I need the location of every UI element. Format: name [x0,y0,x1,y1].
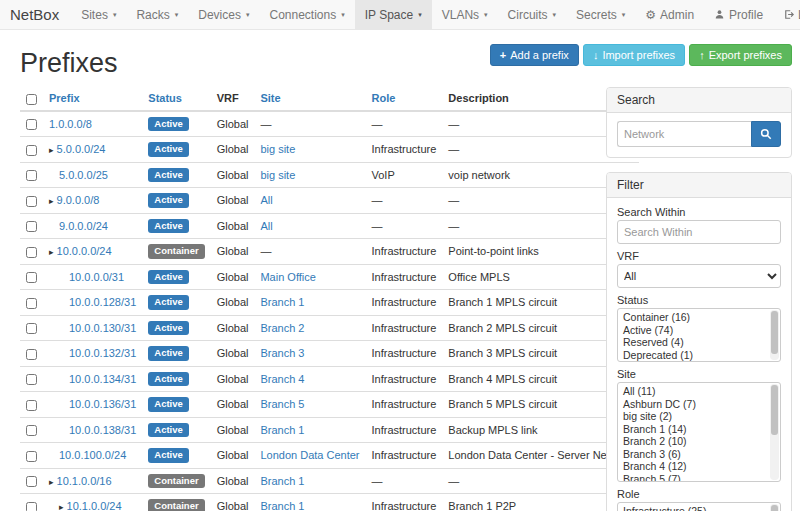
filter-option[interactable]: Branch 4 (12) [620,460,766,473]
row-checkbox[interactable] [26,298,37,309]
column-header-role[interactable]: Role [366,87,443,111]
row-checkbox[interactable] [26,196,37,207]
nav-item-racks[interactable]: Racks▾ [126,0,188,29]
prefix-link[interactable]: 10.0.0.132/31 [69,347,136,359]
filter-option[interactable]: big site (2) [620,410,766,423]
vrf-cell: Global [211,468,255,494]
site-link[interactable]: Branch 2 [260,322,304,334]
prefix-link[interactable]: 10.0.0.130/31 [69,322,136,334]
column-header-prefix[interactable]: Prefix [43,87,142,111]
vrf-cell: Global [211,137,255,163]
filter-option[interactable]: Ashburn DC (7) [620,398,766,411]
site-link[interactable]: Main Office [260,271,315,283]
row-checkbox[interactable] [26,119,37,130]
row-checkbox-cell [20,290,43,316]
scrollbar[interactable] [770,384,779,480]
filter-option[interactable]: Branch 2 (10) [620,435,766,448]
filter-option[interactable]: Container (16) [620,311,766,324]
search-within-input[interactable] [617,220,781,244]
row-checkbox[interactable] [26,374,37,385]
row-checkbox[interactable] [26,400,37,411]
filter-option[interactable]: Branch 1 (14) [620,423,766,436]
expand-caret-icon[interactable]: ▸ [49,196,54,206]
role-multiselect[interactable]: Infrastructure (25)Management (8)Private… [617,502,781,511]
site-link[interactable]: Branch 1 [260,500,304,511]
nav-item-vlans[interactable]: VLANs▾ [432,0,498,29]
nav-item-ip-space[interactable]: IP Space▾ [355,0,432,29]
row-checkbox[interactable] [26,502,37,511]
filter-option[interactable]: Deprecated (1) [620,349,766,362]
search-input[interactable] [617,121,751,147]
brand-logo[interactable]: NetBox [10,0,59,29]
nav-item-connections[interactable]: Connections▾ [259,0,354,29]
site-multiselect[interactable]: All (11)Ashburn DC (7)big site (2)Branch… [617,382,781,482]
site-link[interactable]: All [260,220,272,232]
site-link[interactable]: Branch 1 [260,296,304,308]
status-filter-label: Status [617,294,781,306]
nav-item-secrets[interactable]: Secrets▾ [566,0,635,29]
site-link[interactable]: big site [260,169,295,181]
nav-item-admin[interactable]: ⚙Admin [635,0,704,29]
status-multiselect[interactable]: Container (16)Active (74)Reserved (4)Dep… [617,308,781,362]
prefix-link[interactable]: 9.0.0.0/24 [59,220,108,232]
row-checkbox[interactable] [26,247,37,258]
site-link[interactable]: Branch 1 [260,424,304,436]
prefix-link[interactable]: 10.0.100.0/24 [59,449,126,461]
scrollbar[interactable] [770,310,779,360]
filter-option[interactable]: Active (74) [620,324,766,337]
export-prefixes-button[interactable]: ↑Export prefixes [689,44,792,66]
nav-item-log-out[interactable]: Log out [773,0,800,29]
filter-option[interactable]: Branch 5 (7) [620,473,766,483]
row-checkbox[interactable] [26,476,37,487]
site-link[interactable]: Branch 1 [260,475,304,487]
expand-caret-icon[interactable]: ▸ [49,145,54,155]
prefix-link[interactable]: 10.0.0.136/31 [69,398,136,410]
status-cell: Active [142,315,210,341]
import-prefixes-button[interactable]: ↓Import prefixes [583,44,685,66]
prefix-link[interactable]: 10.0.0.0/31 [69,271,124,283]
expand-caret-icon[interactable]: ▸ [49,247,54,257]
add-a-prefix-button[interactable]: +Add a prefix [490,44,579,66]
expand-caret-icon[interactable]: ▸ [49,477,54,487]
row-checkbox[interactable] [26,425,37,436]
nav-item-sites[interactable]: Sites▾ [71,0,126,29]
site-link[interactable]: Branch 4 [260,373,304,385]
site-link[interactable]: big site [260,143,295,155]
column-header-status[interactable]: Status [142,87,210,111]
site-link[interactable]: All [260,194,272,206]
prefix-link[interactable]: 10.0.0.0/24 [57,245,112,257]
prefix-link[interactable]: 5.0.0.0/24 [57,143,106,155]
search-button[interactable] [751,121,781,147]
prefix-link[interactable]: 9.0.0.0/8 [57,194,100,206]
filter-option[interactable]: All (11) [620,385,766,398]
site-link[interactable]: Branch 5 [260,398,304,410]
select-all-checkbox[interactable] [26,94,37,105]
prefix-link[interactable]: 10.1.0.0/16 [57,475,112,487]
nav-item-profile[interactable]: Profile [704,0,773,29]
vrf-select[interactable]: All [617,264,781,288]
expand-caret-icon[interactable]: ▸ [59,502,64,511]
filter-option[interactable]: Branch 3 (6) [620,448,766,461]
row-checkbox[interactable] [26,451,37,462]
row-checkbox[interactable] [26,221,37,232]
site-link[interactable]: Branch 3 [260,347,304,359]
site-link[interactable]: London Data Center [260,449,359,461]
prefix-link[interactable]: 1.0.0.0/8 [49,118,92,130]
prefix-link[interactable]: 10.1.0.0/24 [67,500,122,511]
prefix-link[interactable]: 5.0.0.0/25 [59,169,108,181]
nav-item-circuits[interactable]: Circuits▾ [498,0,567,29]
filter-option[interactable]: Infrastructure (25) [620,505,766,511]
row-checkbox[interactable] [26,170,37,181]
row-checkbox[interactable] [26,323,37,334]
prefix-link[interactable]: 10.0.0.134/31 [69,373,136,385]
nav-item-devices[interactable]: Devices▾ [188,0,259,29]
row-checkbox[interactable] [26,349,37,360]
scrollbar[interactable] [770,504,779,511]
row-checkbox[interactable] [26,272,37,283]
column-header-site[interactable]: Site [254,87,365,111]
vrf-cell: Global [211,111,255,137]
prefix-link[interactable]: 10.0.0.128/31 [69,296,136,308]
filter-option[interactable]: Reserved (4) [620,336,766,349]
row-checkbox[interactable] [26,145,37,156]
prefix-link[interactable]: 10.0.0.138/31 [69,424,136,436]
